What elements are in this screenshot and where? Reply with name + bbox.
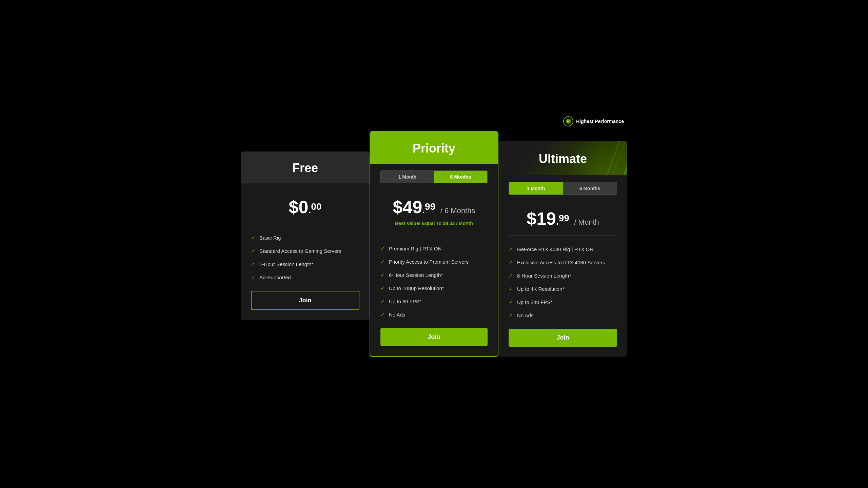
feature-text: Exclusive Access to RTX 4080 Servers — [517, 260, 605, 265]
feature-text: 1-Hour Session Length* — [259, 261, 313, 267]
ultimate-tab-6months[interactable]: 6 Months — [563, 182, 617, 195]
priority-price-section: $49.99 / 6 Months — [380, 197, 488, 217]
list-item: ✓ GeForce RTX 4080 Rig | RTX ON — [509, 243, 617, 256]
priority-tab-switcher: 1 Month 6 Months — [380, 170, 488, 183]
list-item: ✓ Standard Access to Gaming Servers — [251, 244, 359, 258]
checkmark-icon: ✓ — [509, 312, 513, 319]
ultimate-wrapper: Highest Performance Ultimate 1 Month 6 M… — [498, 131, 627, 357]
priority-best-value: Best Value! Equal To $8.33 / Month — [380, 221, 488, 226]
ultimate-price-period: / Month — [574, 218, 599, 226]
free-price-dollars: 0 — [299, 197, 309, 217]
feature-text: 8-Hour Session Length* — [517, 273, 571, 279]
priority-tab-1month[interactable]: 1 Month — [381, 171, 434, 183]
ultimate-join-button[interactable]: Join — [509, 329, 617, 347]
feature-text: No Ads — [389, 312, 405, 318]
feature-text: Premium Rig | RTX ON — [389, 246, 441, 251]
ultimate-plan-header: Ultimate — [498, 141, 627, 175]
list-item: ✓ Premium Rig | RTX ON — [380, 242, 488, 255]
priority-tab-6months[interactable]: 6 Months — [434, 171, 487, 183]
ultimate-price: $19.99 — [527, 209, 574, 228]
feature-text: 6-Hour Session Length* — [389, 272, 443, 278]
ultimate-plan-title: Ultimate — [498, 142, 627, 174]
feature-text: GeForce RTX 4080 Rig | RTX ON — [517, 246, 593, 252]
ultimate-price-cents: .99 — [556, 216, 569, 227]
checkmark-icon: ✓ — [251, 248, 255, 254]
list-item: ✓ 8-Hour Session Length* — [509, 269, 617, 282]
list-item: ✓ 1-Hour Session Length* — [251, 258, 359, 271]
badge-text: Highest Performance — [576, 119, 624, 124]
priority-price-period: / 6 Months — [440, 206, 475, 215]
feature-text: Up to 60 FPS* — [389, 299, 421, 304]
ultimate-divider — [509, 236, 617, 236]
free-plan-card: Free $0.00 ✓ Basic Rig ✓ Standard Access… — [241, 151, 370, 320]
feature-text: No Ads — [517, 312, 533, 318]
free-plan-title: Free — [248, 161, 363, 175]
best-value-regular: Equal To $8.33 / Month — [422, 221, 473, 226]
priority-join-button[interactable]: Join — [380, 328, 488, 346]
ultimate-feature-list: ✓ GeForce RTX 4080 Rig | RTX ON ✓ Exclus… — [509, 243, 617, 322]
checkmark-icon: ✓ — [380, 311, 385, 318]
list-item: ✓ No Ads — [380, 308, 488, 321]
list-item: ✓ 6-Hour Session Length* — [380, 268, 488, 282]
list-item: ✓ Ad-Supported — [251, 271, 359, 284]
list-item: ✓ Up to 1080p Resolution* — [380, 282, 488, 295]
checkmark-icon: ✓ — [509, 299, 513, 305]
ultimate-plan-body: 1 Month 6 Months $19.99 / Month ✓ GeForc… — [498, 175, 627, 357]
list-item: ✓ Priority Access to Premium Servers — [380, 255, 488, 268]
checkmark-icon: ✓ — [509, 246, 513, 252]
ultimate-tab-switcher: 1 Month 6 Months — [509, 182, 617, 195]
checkmark-icon: ✓ — [380, 285, 385, 291]
list-item: ✓ Basic Rig — [251, 231, 359, 244]
feature-text: Up to 1080p Resolution* — [389, 285, 444, 291]
checkmark-icon: ✓ — [509, 286, 513, 292]
free-plan-body: $0.00 ✓ Basic Rig ✓ Standard Access to G… — [241, 183, 370, 320]
priority-price: $49.99 — [393, 197, 440, 217]
priority-plan-header: Priority — [370, 132, 498, 164]
list-item: ✓ Exclusive Access to RTX 4080 Servers — [509, 256, 617, 269]
ultimate-price-section: $19.99 / Month — [509, 208, 617, 229]
priority-price-dollars: 49 — [402, 197, 422, 217]
priority-plan-card: Priority 1 Month 6 Months $49.99 / 6 Mon… — [370, 131, 498, 357]
highest-performance-badge: Highest Performance — [563, 116, 624, 126]
free-plan-header: Free — [241, 151, 370, 183]
priority-feature-list: ✓ Premium Rig | RTX ON ✓ Priority Access… — [380, 242, 488, 321]
nvidia-logo-icon — [563, 116, 573, 126]
checkmark-icon: ✓ — [251, 274, 255, 281]
checkmark-icon: ✓ — [380, 298, 385, 305]
priority-plan-title: Priority — [377, 141, 491, 156]
list-item: ✓ No Ads — [509, 309, 617, 322]
feature-text: Standard Access to Gaming Servers — [259, 248, 341, 254]
pricing-container: Free $0.00 ✓ Basic Rig ✓ Standard Access… — [234, 118, 634, 370]
free-divider — [251, 224, 359, 224]
feature-text: Up to 4K Resolution* — [517, 286, 564, 292]
feature-text: Up to 240 FPS* — [517, 299, 552, 305]
free-join-button[interactable]: Join — [251, 291, 359, 310]
best-value-bold: Best Value! — [395, 221, 420, 226]
feature-text: Ad-Supported — [259, 274, 291, 280]
free-price-cents: .00 — [308, 205, 321, 215]
ultimate-price-dollars: 19 — [536, 209, 556, 228]
feature-text: Priority Access to Premium Servers — [389, 259, 469, 265]
checkmark-icon: ✓ — [251, 261, 255, 267]
checkmark-icon: ✓ — [380, 245, 385, 252]
list-item: ✓ Up to 240 FPS* — [509, 296, 617, 309]
list-item: ✓ Up to 4K Resolution* — [509, 282, 617, 296]
feature-text: Basic Rig — [259, 235, 281, 241]
priority-divider — [380, 235, 488, 235]
free-price-section: $0.00 — [251, 197, 359, 217]
checkmark-icon: ✓ — [380, 259, 385, 265]
free-price: $0.00 — [289, 197, 322, 217]
list-item: ✓ Up to 60 FPS* — [380, 295, 488, 308]
priority-price-cents: .99 — [422, 205, 435, 215]
checkmark-icon: ✓ — [509, 259, 513, 266]
ultimate-plan-card: Ultimate 1 Month 6 Months $19.99 / Month… — [498, 141, 627, 357]
free-feature-list: ✓ Basic Rig ✓ Standard Access to Gaming … — [251, 231, 359, 284]
ultimate-tab-1month[interactable]: 1 Month — [509, 182, 563, 195]
priority-plan-body: 1 Month 6 Months $49.99 / 6 Months Best … — [370, 164, 498, 356]
checkmark-icon: ✓ — [509, 272, 513, 279]
checkmark-icon: ✓ — [380, 272, 385, 278]
checkmark-icon: ✓ — [251, 235, 255, 241]
